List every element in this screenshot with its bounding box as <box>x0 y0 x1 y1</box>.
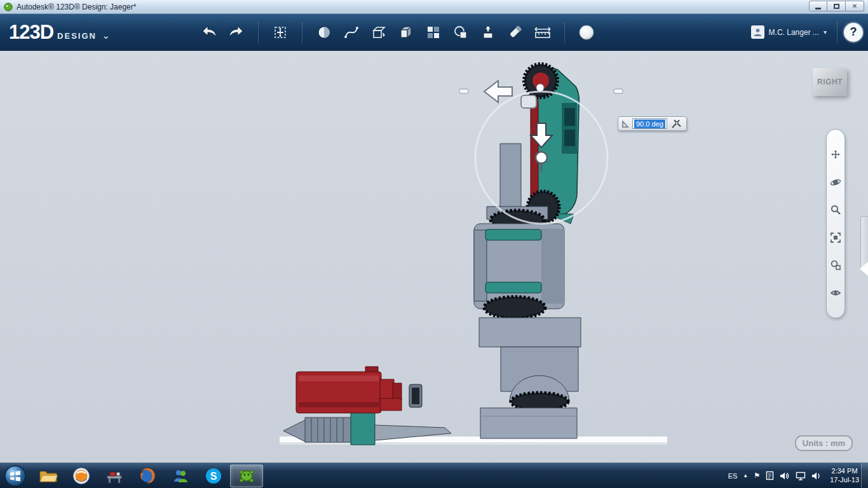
primitive-box-icon <box>398 24 414 41</box>
material-button[interactable] <box>506 23 525 42</box>
measure-button[interactable] <box>533 23 552 42</box>
tray-expand-icon[interactable]: ▲ <box>743 473 748 478</box>
window-titlebar: Autodesk® 123D® Design: Jaeger* ✕ <box>0 0 868 14</box>
language-indicator[interactable]: ES <box>728 472 738 480</box>
app-logo: 123D DESIGN ⌄ <box>9 21 200 44</box>
extrude-icon <box>480 24 496 41</box>
ground-glow <box>280 442 667 445</box>
maximize-button[interactable] <box>827 1 846 11</box>
combine-icon <box>452 24 469 41</box>
pattern-icon <box>425 24 442 41</box>
render-style-button[interactable] <box>577 23 596 42</box>
viewport[interactable]: RIGHT 90.0 deg <box>0 51 868 463</box>
action-center-flag-icon[interactable]: ⚑ <box>754 471 760 480</box>
clipboard-icon[interactable] <box>766 471 774 480</box>
render-sphere-icon <box>578 24 595 41</box>
account-chevron-icon[interactable]: ▾ <box>824 29 827 36</box>
transform-icon <box>272 24 288 41</box>
account-name: M.C. Langer ... <box>769 28 819 37</box>
pattern-button[interactable] <box>424 23 443 42</box>
gizmo-anchor-handle[interactable] <box>521 95 536 108</box>
robot-arm-model[interactable] <box>474 64 581 438</box>
primitive-box-button[interactable] <box>397 23 416 42</box>
gizmo-center-hub[interactable] <box>536 152 547 163</box>
taskbar-item-media-player[interactable] <box>65 464 98 487</box>
speaker-icon[interactable] <box>811 471 822 480</box>
taskbar: S ES ▲ ⚑ <box>0 463 868 488</box>
rotate-handle-left[interactable] <box>459 89 468 93</box>
zoom-window-tool[interactable] <box>829 259 842 271</box>
primitive-sphere-button[interactable] <box>315 23 334 42</box>
show-desktop-button[interactable] <box>861 463 868 488</box>
maximize-icon <box>834 4 839 9</box>
panel-collapse-arrow[interactable] <box>860 262 868 276</box>
close-button[interactable]: ✕ <box>846 1 864 11</box>
orbit-tool[interactable] <box>829 176 842 189</box>
angle-input[interactable]: 90.0 deg <box>632 118 667 129</box>
angle-grip-icon <box>621 119 629 128</box>
system-tray: ES ▲ ⚑ 2:34 PM 17-Jul-13 <box>728 463 859 488</box>
sketch-on-face-icon <box>370 24 387 41</box>
sketch-on-face-button[interactable] <box>369 23 388 42</box>
taskbar-item-firefox[interactable] <box>131 464 164 487</box>
start-button[interactable] <box>4 464 27 487</box>
gecko-icon <box>238 468 255 484</box>
undo-button[interactable] <box>200 23 219 42</box>
measure-icon <box>534 24 552 41</box>
taskbar-item-design-tool[interactable] <box>98 464 131 487</box>
volume-icon[interactable] <box>780 471 790 480</box>
toolbar-separator <box>564 22 565 43</box>
toolbar-separator <box>302 22 302 43</box>
rotate-arrow-left[interactable] <box>484 81 512 102</box>
caliper-icon[interactable] <box>670 118 683 130</box>
main-toolbar <box>200 22 751 43</box>
zoom-tool[interactable] <box>829 203 842 216</box>
redo-button[interactable] <box>227 23 246 42</box>
app-window-icon <box>4 3 13 11</box>
skype-icon: S <box>205 467 222 485</box>
view-cube[interactable]: RIGHT <box>813 68 847 96</box>
taskbar-clock[interactable]: 2:34 PM 17-Jul-13 <box>830 467 859 485</box>
taskbar-item-messenger[interactable] <box>164 464 197 487</box>
pan-icon <box>830 149 841 160</box>
fit-icon <box>830 232 841 243</box>
taskbar-item-explorer[interactable] <box>32 464 65 487</box>
minimize-button[interactable] <box>809 1 827 11</box>
undo-icon <box>201 24 217 41</box>
redo-icon <box>228 24 245 41</box>
angle-value: 90.0 deg <box>634 119 665 128</box>
visibility-tool[interactable] <box>829 287 842 299</box>
blaster-model[interactable] <box>283 367 451 445</box>
orbit-icon <box>830 177 841 188</box>
navigation-bar <box>826 129 845 318</box>
eye-icon <box>830 287 841 299</box>
pan-tool[interactable] <box>829 148 842 161</box>
magnifier-icon <box>830 204 841 215</box>
logo-design: DESIGN <box>57 31 97 41</box>
extrude-button[interactable] <box>478 23 498 42</box>
taskbar-item-skype[interactable]: S <box>197 464 230 487</box>
units-badge[interactable]: Units : mm <box>795 435 853 451</box>
network-monitor-icon[interactable] <box>796 471 806 480</box>
account-area[interactable]: M.C. Langer ... ▾ <box>751 25 827 39</box>
desktop: Autodesk® 123D® Design: Jaeger* ✕ 123D D… <box>0 0 868 488</box>
clock-time: 2:34 PM <box>830 467 859 476</box>
transform-button[interactable] <box>271 23 290 42</box>
sketch-spline-button[interactable] <box>342 23 361 42</box>
sketch-spline-icon <box>343 24 360 41</box>
rotation-input-popup[interactable]: 90.0 deg <box>618 116 687 131</box>
folder-icon <box>39 468 58 484</box>
help-button[interactable]: ? <box>844 23 863 42</box>
rotate-handle-right[interactable] <box>614 89 623 93</box>
logo-123d: 123D <box>9 21 53 44</box>
window-controls: ✕ <box>809 1 864 11</box>
toolbar-separator <box>837 22 837 43</box>
skype-s-glyph: S <box>210 471 217 482</box>
main-menu-chevron-icon[interactable]: ⌄ <box>102 29 110 41</box>
taskbar-item-123d-active[interactable] <box>230 464 263 487</box>
app-header: 123D DESIGN ⌄ <box>0 14 868 51</box>
workbench-icon <box>105 468 123 484</box>
combine-button[interactable] <box>451 23 470 42</box>
fit-view-tool[interactable] <box>829 231 842 244</box>
3d-scene[interactable] <box>0 51 868 463</box>
